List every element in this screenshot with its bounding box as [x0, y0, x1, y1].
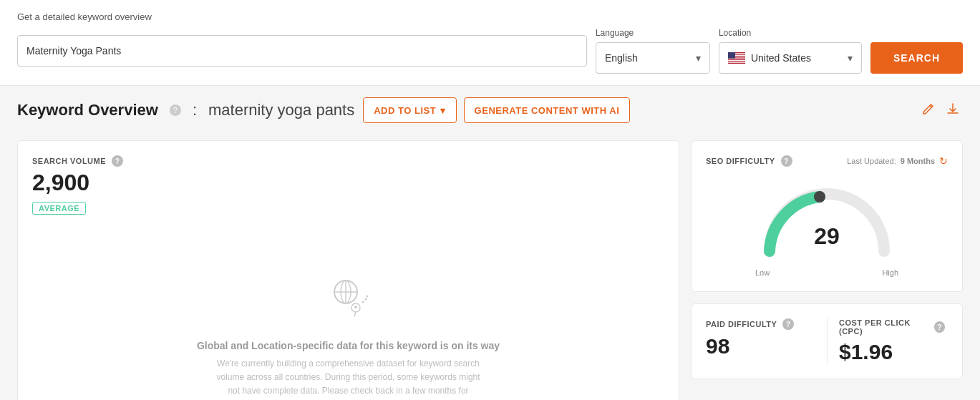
- svg-point-17: [366, 296, 368, 298]
- svg-line-13: [354, 312, 356, 316]
- bottom-metrics-panel: PAID DIFFICULTY ? 98 COST PER CLICK (CPC…: [691, 303, 963, 379]
- cpc-label: COST PER CLICK (CPC) ?: [839, 318, 948, 336]
- language-group: Language English ▾: [596, 28, 710, 74]
- location-select[interactable]: United States: [751, 52, 853, 64]
- download-icon: [946, 104, 960, 119]
- location-select-wrapper[interactable]: United States ▾: [719, 42, 862, 74]
- search-volume-value: 2,900: [32, 170, 664, 196]
- overview-actions: ADD TO LIST ▾ GENERATE CONTENT WITH AI: [363, 97, 630, 123]
- keyword-title-info-icon[interactable]: ?: [170, 104, 181, 116]
- download-icon-button[interactable]: [943, 99, 963, 122]
- seo-panel: SEO DIFFICULTY ? Last Updated: 9 Months …: [691, 140, 963, 292]
- gauge-chart: 29: [755, 180, 898, 265]
- top-bar: Get a detailed keyword overview Language…: [0, 0, 980, 86]
- gauge-low-label: Low: [755, 268, 770, 277]
- title-colon: :: [193, 101, 197, 119]
- seo-info-icon[interactable]: ?: [781, 155, 792, 167]
- keyword-search-input[interactable]: [26, 45, 578, 57]
- cpc-value: $1.96: [839, 340, 948, 364]
- svg-point-15: [362, 301, 364, 303]
- edit-icon-button[interactable]: [918, 99, 938, 122]
- svg-rect-7: [728, 52, 735, 59]
- svg-rect-6: [728, 62, 745, 63]
- search-volume-label: SEARCH VOLUME ?: [32, 155, 664, 167]
- cpc-col: COST PER CLICK (CPC) ? $1.96: [827, 318, 948, 364]
- paid-diff-info-icon[interactable]: ?: [782, 318, 794, 330]
- seo-label: SEO DIFFICULTY ?: [706, 155, 795, 167]
- left-panel: SEARCH VOLUME ? 2,900 AVERAGE: [17, 140, 679, 400]
- language-select-wrapper[interactable]: English ▾: [596, 42, 710, 74]
- keyword-display: maternity yoga pants: [208, 101, 354, 119]
- top-bar-label: Get a detailed keyword overview: [17, 11, 963, 22]
- main-content: SEARCH VOLUME ? 2,900 AVERAGE: [0, 135, 980, 400]
- us-flag-icon: [728, 52, 745, 64]
- gauge-high-label: High: [882, 268, 898, 277]
- search-button[interactable]: SEARCH: [870, 42, 963, 74]
- last-updated-label: Last Updated:: [847, 157, 896, 165]
- svg-point-18: [814, 191, 825, 203]
- svg-rect-4: [728, 59, 745, 59]
- placeholder-icon: [326, 275, 372, 328]
- paid-difficulty-label: PAID DIFFICULTY ?: [706, 318, 815, 330]
- keyword-overview-bar: Keyword Overview ? : maternity yoga pant…: [0, 86, 980, 135]
- language-label: Language: [596, 28, 710, 38]
- gauge-labels: Low High: [755, 268, 898, 277]
- page-title: Keyword Overview: [17, 101, 158, 119]
- last-updated-value: 9 Months: [901, 157, 935, 165]
- action-icons: [918, 99, 963, 122]
- location-label: Location: [719, 28, 862, 38]
- paid-difficulty-col: PAID DIFFICULTY ? 98: [706, 318, 827, 364]
- edit-icon: [921, 104, 936, 119]
- svg-point-14: [354, 306, 357, 308]
- language-select[interactable]: English: [605, 52, 701, 64]
- top-bar-row: Language English ▾ Location: [17, 28, 963, 74]
- keyword-input-wrapper[interactable]: [17, 35, 587, 67]
- svg-text:29: 29: [814, 223, 840, 249]
- location-group: Location United States ▾: [719, 28, 862, 74]
- search-volume-info-icon[interactable]: ?: [112, 155, 123, 167]
- average-badge: AVERAGE: [32, 202, 86, 215]
- cpc-info-icon[interactable]: ?: [934, 321, 945, 333]
- right-panels: SEO DIFFICULTY ? Last Updated: 9 Months …: [691, 140, 963, 400]
- add-to-list-button[interactable]: ADD TO LIST ▾: [363, 97, 456, 123]
- generate-content-button[interactable]: GENERATE CONTENT WITH AI: [464, 97, 631, 123]
- add-to-list-chevron-icon: ▾: [440, 105, 446, 116]
- last-updated: Last Updated: 9 Months ↻: [847, 155, 948, 167]
- gauge-container: 29 Low High: [706, 172, 948, 277]
- paid-difficulty-value: 98: [706, 334, 815, 358]
- placeholder-text: We're currently building a comprehensive…: [213, 357, 485, 400]
- svg-point-16: [364, 298, 367, 301]
- placeholder-title: Global and Location-specific data for th…: [197, 340, 500, 351]
- refresh-icon[interactable]: ↻: [939, 155, 948, 167]
- seo-panel-header: SEO DIFFICULTY ? Last Updated: 9 Months …: [706, 155, 948, 167]
- svg-rect-5: [728, 60, 745, 61]
- data-placeholder: Global and Location-specific data for th…: [32, 232, 664, 400]
